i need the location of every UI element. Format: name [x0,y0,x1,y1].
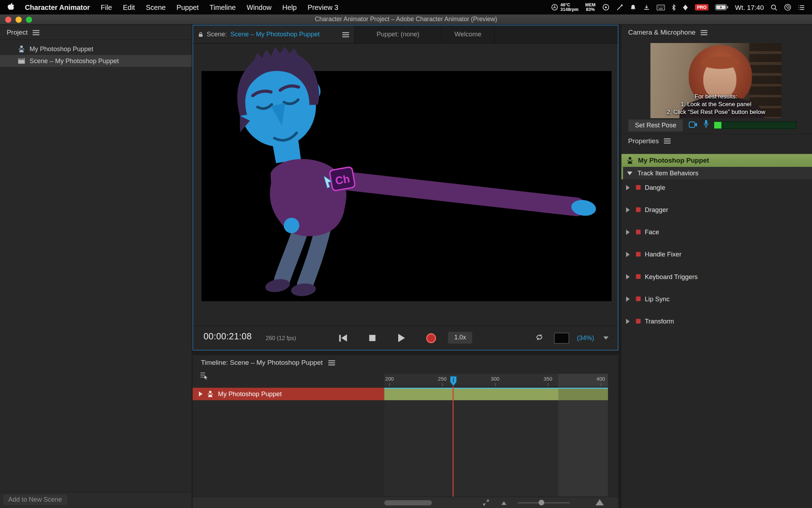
behavior-expand-icon[interactable] [626,185,629,190]
timeline-zoom-slider-thumb[interactable] [539,500,544,505]
keyboard-icon[interactable] [657,4,665,10]
behavior-expand-icon[interactable] [626,296,629,302]
pro-badge[interactable]: PRO [695,4,709,11]
behavior-row-face[interactable]: Face [621,221,812,243]
pencil-tool-icon[interactable] [616,4,623,11]
behavior-expand-icon[interactable] [626,252,629,257]
behavior-record-icon[interactable] [636,185,640,190]
stop-button[interactable] [369,335,376,341]
play-button[interactable] [398,334,405,342]
playhead-line[interactable] [453,386,454,497]
behavior-record-icon[interactable] [636,296,640,301]
behavior-row-dangle[interactable]: Dangle [621,176,812,199]
timeline-track-area-overflow[interactable] [558,386,608,497]
timeline-scrollbar-thumb[interactable] [384,500,432,506]
panel-menu-icon[interactable] [33,29,39,35]
behavior-record-icon[interactable] [636,319,640,323]
panel-menu-icon[interactable] [701,29,707,35]
zoom-window-button[interactable] [26,17,32,23]
behavior-expand-icon[interactable] [626,207,629,212]
ruler-tick-label: 300 [491,376,499,381]
menu-edit[interactable]: Edit [123,4,135,11]
zoom-in-icon[interactable] [596,499,604,506]
record-button[interactable] [426,333,436,343]
menu-preview3[interactable]: Preview 3 [308,4,338,11]
download-icon[interactable] [643,4,650,11]
behavior-row-lip-sync[interactable]: Lip Sync [621,288,812,310]
puppet-icon [626,157,634,164]
window-title-bar[interactable]: Character Animator Project – Adobe Chara… [0,14,812,25]
playback-speed-button[interactable]: 1.0x [448,332,472,344]
notification-center-icon[interactable] [798,4,805,10]
loop-toggle-button[interactable] [535,333,544,343]
track-options-icon[interactable] [200,372,209,382]
project-item-scene[interactable]: Scene – My Photoshop Puppet [0,55,192,67]
puppet-character[interactable]: Ch [193,25,618,326]
project-item-puppet[interactable]: My Photoshop Puppet [0,43,192,55]
background-color-swatch[interactable] [554,333,569,344]
behavior-expand-icon[interactable] [626,274,629,279]
behavior-row-transform[interactable]: Transform [621,310,812,332]
section-collapse-icon[interactable] [627,171,632,175]
behavior-row-handle-fixer[interactable]: Handle Fixer [621,243,812,265]
fit-timeline-icon[interactable] [482,499,489,508]
ch-badge-label: Ch [334,173,351,187]
spotlight-search-icon[interactable] [770,4,777,11]
menu-help[interactable]: Help [282,4,297,11]
microphone-toggle-icon[interactable] [703,120,709,129]
dial-status-icon[interactable] [602,4,610,11]
panel-menu-icon[interactable] [328,360,335,365]
zoom-dropdown-caret-icon[interactable] [603,337,609,340]
properties-selected-item[interactable]: My Photoshop Puppet [621,154,812,167]
behavior-record-icon[interactable] [636,207,640,212]
menu-scene[interactable]: Scene [146,4,166,11]
bluetooth-icon[interactable] [672,4,676,11]
menu-clock[interactable]: Wt. 17:40 [735,4,764,11]
minimize-window-button[interactable] [16,17,22,23]
behavior-label: Face [645,228,659,236]
timeline-ruler[interactable] [384,374,558,386]
timeline-title: Timeline: Scene – My Photoshop Puppet [201,359,322,367]
timeline-scrollbar-row [193,497,619,508]
track-header-my-photoshop-puppet[interactable]: My Photoshop Puppet [193,388,385,400]
playhead-marker[interactable] [449,376,457,389]
diamond-status-icon[interactable] [683,4,688,11]
camera-panel-header: Camera & Microphone [621,25,812,40]
behavior-row-dragger[interactable]: Dragger [621,199,812,221]
behavior-record-icon[interactable] [636,230,640,234]
set-rest-pose-button[interactable]: Set Rest Pose [628,119,683,132]
siri-icon[interactable] [784,4,792,11]
add-to-new-scene-button[interactable]: Add to New Scene [3,495,67,505]
recorded-take-bar[interactable] [384,388,608,400]
zoom-level-button[interactable]: (34%) [577,334,594,342]
behavior-record-icon[interactable] [636,252,640,256]
behavior-row-keyboard-triggers[interactable]: Keyboard Triggers [621,265,812,288]
menu-puppet[interactable]: Puppet [177,4,199,11]
track-expand-icon[interactable] [199,391,202,397]
behavior-record-icon[interactable] [636,274,640,279]
memory-status[interactable]: MEM83% [585,2,596,12]
panel-menu-icon[interactable] [664,138,671,144]
app-menu-title[interactable]: Character Animator [25,4,90,11]
menu-window[interactable]: Window [247,4,272,11]
go-to-start-button[interactable] [339,334,347,342]
close-window-button[interactable] [5,17,12,23]
fan-temp-status[interactable]: 46°C3148rpm [551,2,579,12]
menu-timeline[interactable]: Timeline [210,4,236,11]
behavior-expand-icon[interactable] [626,319,629,324]
battery-icon[interactable] [715,4,728,11]
camera-toggle-icon[interactable] [689,121,697,130]
timecode-display[interactable]: 00:00:21:08 [203,332,252,342]
ruler-tick-label: 350 [543,376,552,381]
timeline-track-area[interactable] [384,386,558,497]
zoom-out-icon[interactable] [501,501,506,505]
behavior-expand-icon[interactable] [626,229,629,235]
audio-level-fill [714,122,721,128]
selected-item-label: My Photoshop Puppet [638,157,709,164]
apple-menu-icon[interactable] [7,2,14,12]
properties-panel-title: Properties [628,137,659,145]
notification-bell-icon[interactable] [630,4,636,11]
ruler-tick-label: 400 [596,376,605,381]
project-item-label: My Photoshop Puppet [30,46,93,53]
menu-file[interactable]: File [101,4,112,11]
